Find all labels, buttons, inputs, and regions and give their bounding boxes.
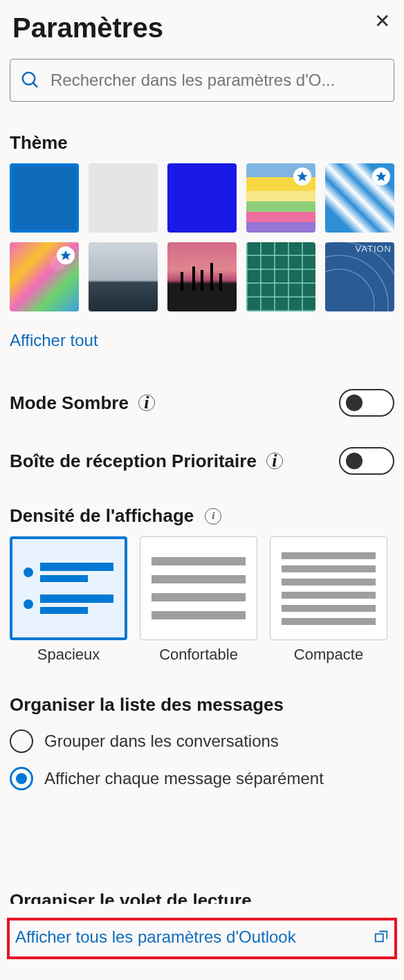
info-icon[interactable]: i xyxy=(138,394,155,411)
search-input-wrapper[interactable] xyxy=(10,59,394,102)
radio-label: Afficher chaque message séparément xyxy=(44,769,324,788)
theme-tile-mountain[interactable] xyxy=(89,242,158,311)
page-title: Paramètres xyxy=(12,12,163,44)
theme-tile-blueprint[interactable] xyxy=(325,242,394,311)
svg-marker-3 xyxy=(376,172,387,181)
svg-rect-5 xyxy=(376,934,383,941)
theme-show-all-link[interactable]: Afficher tout xyxy=(10,328,98,353)
reading-pane-title: Organiser le volet de lecture xyxy=(10,890,369,904)
theme-tile-blue[interactable] xyxy=(10,163,79,233)
density-label: Spacieux xyxy=(10,646,127,664)
dark-mode-label: Mode Sombre xyxy=(10,392,129,414)
info-icon[interactable]: i xyxy=(266,453,283,469)
radio-icon xyxy=(10,729,33,753)
density-label: Confortable xyxy=(140,646,257,664)
theme-tile-unicorn[interactable] xyxy=(10,242,79,311)
radio-icon xyxy=(10,767,33,790)
close-icon[interactable]: ✕ xyxy=(367,9,397,34)
focused-inbox-label: Boîte de réception Prioritaire xyxy=(10,451,257,472)
premium-star-icon xyxy=(372,167,390,185)
theme-grid xyxy=(10,163,394,311)
focused-inbox-toggle[interactable] xyxy=(339,447,394,475)
theme-tile-circuit[interactable] xyxy=(246,242,315,311)
density-option-comfortable[interactable]: Confortable xyxy=(140,536,257,664)
svg-marker-2 xyxy=(297,172,308,181)
radio-show-separate[interactable]: Afficher chaque message séparément xyxy=(10,767,394,790)
organize-messages-title: Organiser la liste des messages xyxy=(10,694,394,716)
density-option-compact[interactable]: Compacte xyxy=(270,536,387,664)
theme-section-title: Thème xyxy=(10,132,394,154)
theme-tile-ribbons[interactable] xyxy=(325,163,394,233)
radio-label: Grouper dans les conversations xyxy=(44,732,279,751)
dark-mode-toggle[interactable] xyxy=(339,389,394,417)
theme-tile-navy[interactable] xyxy=(167,163,237,233)
info-icon[interactable]: i xyxy=(205,508,221,525)
svg-line-1 xyxy=(33,83,37,87)
svg-marker-4 xyxy=(61,251,71,260)
premium-star-icon xyxy=(57,246,75,264)
footer-highlight-box: Afficher tous les paramètres d'Outlook xyxy=(7,918,397,959)
density-section-title: Densité de l'affichage i xyxy=(10,505,394,527)
theme-tile-sunset[interactable] xyxy=(167,242,237,311)
theme-tile-grey[interactable] xyxy=(89,163,158,233)
all-settings-link[interactable]: Afficher tous les paramètres d'Outlook xyxy=(15,927,364,947)
search-icon xyxy=(20,70,41,91)
density-label: Compacte xyxy=(270,646,387,664)
density-option-spacious[interactable]: Spacieux xyxy=(10,536,127,664)
popout-icon xyxy=(374,929,389,945)
radio-group-conversations[interactable]: Grouper dans les conversations xyxy=(10,729,394,753)
search-input[interactable] xyxy=(50,71,384,90)
premium-star-icon xyxy=(293,167,311,185)
theme-tile-rainbow[interactable] xyxy=(246,163,315,233)
svg-point-0 xyxy=(23,73,35,85)
